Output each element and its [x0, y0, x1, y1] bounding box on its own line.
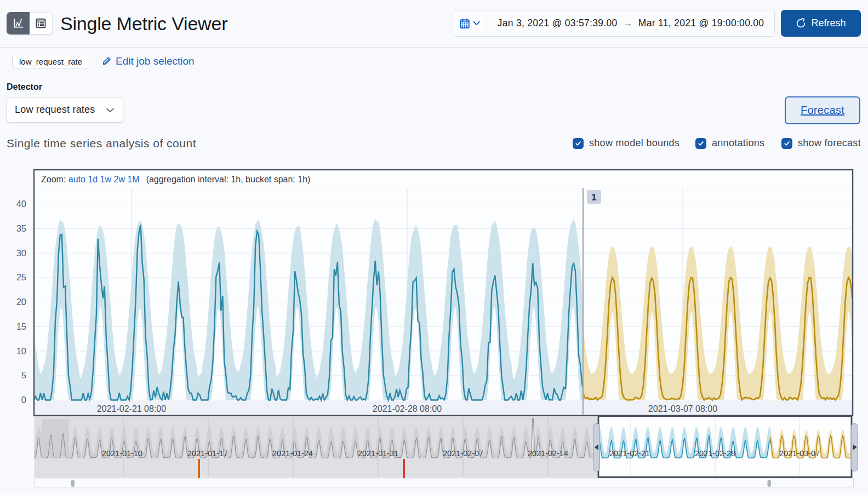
svg-text:0: 0: [21, 395, 26, 405]
svg-text:40: 40: [16, 199, 26, 209]
svg-text:2021-02-28 08:00: 2021-02-28 08:00: [373, 404, 442, 413]
svg-text:2021-01-10: 2021-01-10: [102, 449, 142, 458]
svg-text:2021-01-24: 2021-01-24: [272, 449, 313, 458]
svg-text:2021-02-21 08:00: 2021-02-21 08:00: [97, 404, 166, 413]
svg-text:2021-02-14: 2021-02-14: [528, 449, 568, 458]
svg-text:10: 10: [16, 346, 26, 356]
svg-text:2021-02-28: 2021-02-28: [695, 449, 735, 458]
svg-text:20: 20: [16, 297, 26, 307]
svg-text:2021-02-21: 2021-02-21: [609, 449, 650, 458]
svg-text:15: 15: [16, 321, 26, 331]
svg-text:2021-01-31: 2021-01-31: [358, 449, 398, 458]
svg-text:2021-03-07 08:00: 2021-03-07 08:00: [648, 404, 717, 413]
svg-text:5: 5: [21, 370, 26, 380]
svg-text:30: 30: [16, 248, 26, 258]
svg-text:Zoom: auto 1d 1w 2w 1M(aggrega: Zoom: auto 1d 1w 2w 1M(aggregation inter…: [41, 175, 310, 184]
svg-text:2021-02-07: 2021-02-07: [443, 449, 483, 458]
svg-text:25: 25: [16, 272, 26, 282]
svg-text:2021-03-07: 2021-03-07: [779, 449, 820, 458]
svg-text:2021-01-17: 2021-01-17: [187, 449, 228, 458]
svg-text:35: 35: [16, 223, 26, 233]
svg-text:1: 1: [591, 192, 596, 203]
